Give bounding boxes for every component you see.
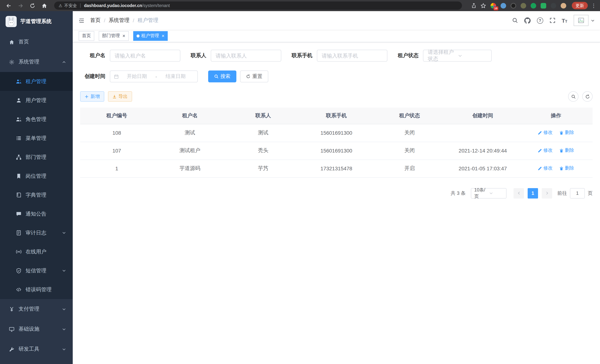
edit-link[interactable]: 修改: [538, 148, 553, 154]
sidebar-submenu-devtools[interactable]: 研发工具: [0, 339, 73, 359]
help-icon[interactable]: ?: [537, 17, 543, 24]
cell-phone: 15601691300: [300, 142, 373, 159]
delete-link[interactable]: 删除: [559, 130, 574, 136]
extension-icon-7[interactable]: [551, 3, 556, 8]
search-icon: [571, 94, 576, 99]
tenant-name-label: 租户名: [80, 52, 110, 59]
browser-update-button[interactable]: 更新: [572, 2, 588, 9]
tags-view: 首页 部门管理 × 租户管理 ×: [73, 30, 600, 42]
cell-phone: 17321315478: [300, 159, 373, 177]
page-size-select[interactable]: 10条/页: [471, 188, 506, 198]
dictionary-icon: [16, 192, 21, 198]
search-button[interactable]: 搜索: [208, 71, 236, 82]
browser-home-icon[interactable]: [39, 1, 49, 10]
browser-toolbar-right: 10 更新 ⋮: [467, 2, 596, 9]
tenant-name-input[interactable]: [110, 50, 180, 62]
sidebar-submenu-payment[interactable]: 支付管理: [0, 299, 73, 319]
extension-icon-4[interactable]: [521, 3, 526, 8]
contact-input[interactable]: [211, 50, 281, 62]
close-icon[interactable]: ×: [122, 33, 125, 38]
extension-icon-3[interactable]: [511, 3, 516, 8]
sidebar-item-online-user[interactable]: 在线用户: [0, 242, 73, 261]
sidebar-item-dict[interactable]: 字典管理: [0, 186, 73, 205]
extension-icon-6[interactable]: [541, 3, 546, 8]
fullscreen-icon[interactable]: [549, 18, 555, 23]
tenant-status-select[interactable]: 请选择租户状态: [423, 50, 492, 62]
goto-page-input[interactable]: [570, 188, 585, 198]
close-icon[interactable]: ×: [162, 33, 164, 38]
table-toolbar: 新增 导出: [80, 91, 593, 102]
edit-link[interactable]: 修改: [538, 165, 553, 172]
search-icon[interactable]: [512, 18, 518, 23]
cell-tenant-name: 测试租户: [153, 142, 227, 159]
browser-reload-icon[interactable]: [28, 1, 37, 10]
cell-status: 关闭: [373, 142, 446, 159]
tag-home[interactable]: 首页: [79, 31, 94, 41]
chevron-down-icon: [62, 347, 66, 351]
cell-phone: 15601691300: [300, 124, 373, 142]
breadcrumb-current: 租户管理: [138, 17, 159, 24]
post-badge-icon: [16, 173, 21, 179]
edit-link[interactable]: 修改: [538, 130, 553, 136]
sidebar-item-user[interactable]: 用户管理: [0, 91, 73, 110]
sidebar-item-role[interactable]: 角色管理: [0, 110, 73, 129]
sidebar-item-label: 支付管理: [19, 306, 39, 312]
cell-created: 2021-01-05 17:03:47: [446, 159, 519, 177]
plus-icon: [84, 94, 89, 99]
tag-dept[interactable]: 部门管理 ×: [99, 31, 129, 41]
sidebar-toggle-icon[interactable]: [73, 17, 90, 24]
sidebar-item-post[interactable]: 岗位管理: [0, 167, 73, 186]
delete-link[interactable]: 删除: [559, 165, 574, 172]
breadcrumb-home[interactable]: 首页: [90, 17, 101, 24]
cell-status: 关闭: [373, 124, 446, 142]
share-icon[interactable]: [471, 3, 477, 8]
cell-created: [446, 124, 519, 142]
tag-tenant[interactable]: 租户管理 ×: [133, 31, 168, 41]
next-page-button[interactable]: [542, 188, 552, 198]
export-button[interactable]: 导出: [108, 91, 132, 102]
avatar-caret-icon[interactable]: [591, 18, 595, 22]
github-icon[interactable]: [524, 17, 530, 24]
address-bar[interactable]: ⚠ 不安全 dashboard.yudao.iocoder.cn/system/…: [54, 1, 462, 10]
sidebar-item-error-code[interactable]: 错误码管理: [0, 280, 73, 299]
sidebar-item-notice[interactable]: 通知公告: [0, 205, 73, 223]
add-button[interactable]: 新增: [80, 91, 104, 102]
sidebar-item-audit-log[interactable]: 审计日志: [0, 223, 73, 242]
toggle-search-button[interactable]: [568, 91, 579, 102]
browser-chrome: ⚠ 不安全 dashboard.yudao.iocoder.cn/system/…: [0, 0, 600, 11]
browser-menu-icon[interactable]: ⋮: [591, 3, 596, 9]
font-size-icon[interactable]: TT: [562, 18, 567, 23]
phone-input[interactable]: [317, 50, 387, 62]
extension-icon-8[interactable]: [561, 3, 566, 8]
bookmark-star-icon[interactable]: [480, 3, 486, 8]
reset-button[interactable]: 重置: [240, 71, 268, 82]
prev-page-button[interactable]: [514, 188, 524, 198]
cell-tenant-id: 1: [80, 159, 153, 177]
logo-image: [6, 16, 17, 27]
trash-icon: [559, 149, 564, 153]
logo[interactable]: 芋道管理系统: [0, 11, 73, 32]
sidebar-item-sms[interactable]: 短信管理: [0, 261, 73, 280]
sidebar-item-menu[interactable]: 菜单管理: [0, 129, 73, 148]
sidebar-item-dept[interactable]: 部门管理: [0, 148, 73, 167]
sidebar-item-label: 岗位管理: [26, 173, 46, 179]
avatar[interactable]: [574, 15, 589, 26]
refresh-table-button[interactable]: [582, 91, 593, 102]
cell-tenant-name: 芋道源码: [153, 159, 227, 177]
browser-back-icon[interactable]: [4, 1, 13, 10]
sidebar-submenu-system[interactable]: 系统管理: [0, 52, 73, 72]
sidebar-submenu-infra[interactable]: 基础设施: [0, 319, 73, 339]
browser-forward-icon[interactable]: [16, 1, 25, 10]
sidebar-item-home[interactable]: 首页: [0, 32, 73, 52]
goto-label: 前往: [557, 190, 567, 196]
page-1-button[interactable]: 1: [528, 188, 538, 198]
extension-icon-2[interactable]: [501, 3, 506, 8]
extension-icon-5[interactable]: [531, 3, 536, 8]
column-header: 租户状态: [373, 108, 446, 124]
delete-link[interactable]: 删除: [559, 148, 574, 154]
sidebar-item-tenant[interactable]: 租户管理: [0, 72, 73, 91]
breadcrumb-system[interactable]: 系统管理: [109, 17, 130, 24]
date-range-picker[interactable]: 开始日期 - 结束日期: [110, 71, 198, 82]
sidebar: 芋道管理系统 首页 系统管理 租户管理: [0, 11, 73, 364]
extension-icon-1[interactable]: 10: [490, 3, 496, 8]
